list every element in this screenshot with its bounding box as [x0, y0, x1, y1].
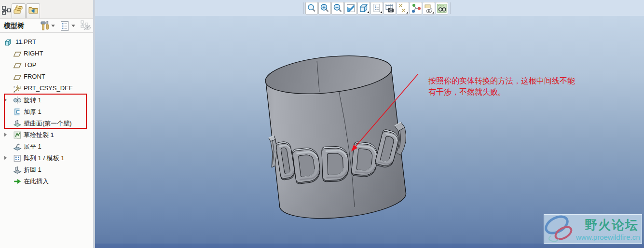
tree-item[interactable]: yxzPRT_CSYS_DEF — [0, 83, 93, 94]
annotation-text: 按照你的实体转换的方法，这根中间线不能 有干涉，不然就失败。 — [428, 75, 575, 97]
tree-item-label[interactable]: 阵列 1 / 模板 1 — [24, 154, 65, 163]
annotation-line1: 按照你的实体转换的方法，这根中间线不能 — [428, 75, 575, 86]
annotation-line2: 有干涉，不然就失败。 — [428, 86, 575, 97]
zoom-region-button[interactable] — [305, 2, 318, 14]
expander-icon[interactable] — [4, 156, 7, 160]
tools-dropdown-caret[interactable] — [51, 25, 55, 27]
watermark-title: 野火论坛 — [585, 217, 639, 234]
tree-item-label[interactable]: 11.PRT — [15, 38, 36, 45]
panel-tab-bar — [0, 0, 93, 19]
tree-item[interactable]: 11.PRT — [0, 36, 93, 48]
expander-icon[interactable] — [4, 133, 7, 137]
datum-display-button[interactable] — [397, 2, 409, 14]
repaint-button[interactable] — [344, 2, 357, 14]
3d-glasses-button[interactable] — [436, 2, 448, 14]
tree-item-label[interactable]: 草绘扯裂 1 — [24, 131, 54, 139]
highlight-rectangle — [4, 94, 87, 129]
saved-views-button[interactable] — [370, 2, 383, 14]
tree-item[interactable]: 草绘扯裂 1 — [0, 129, 93, 140]
model-scene — [95, 0, 644, 248]
folder-star-icon — [27, 4, 39, 18]
tree-item[interactable]: 折回 1 — [0, 164, 93, 175]
display-style-button[interactable] — [357, 2, 370, 14]
folder-browser-tab[interactable] — [12, 3, 26, 18]
toolbar-separator — [450, 2, 451, 14]
tree-item[interactable]: TOP — [0, 59, 93, 71]
spin-center-button[interactable] — [410, 2, 422, 14]
application-window: 模型树 11.PRTRIGHTTOPFRONTyxzPRT_CSYS_DEF旋转… — [0, 0, 644, 248]
watermark: 野火论坛 www.proewildfire.cn — [544, 214, 642, 244]
tree-item-label[interactable]: 折回 1 — [24, 165, 41, 174]
folders-icon — [13, 4, 25, 18]
favorites-tab[interactable] — [26, 3, 40, 18]
tree-item-label[interactable]: FRONT — [24, 73, 45, 80]
zoom-in-button[interactable] — [318, 2, 331, 14]
zoom-out-button[interactable] — [331, 2, 344, 14]
tree-item-label[interactable]: 展平 1 — [24, 142, 41, 151]
watermark-url: www.proewildfire.cn — [576, 233, 640, 241]
tree-item[interactable]: 在此插入 — [0, 175, 93, 187]
tree-item[interactable]: 展平 1 — [0, 140, 93, 152]
pattern-icon — [13, 154, 22, 165]
tree-filter-button — [80, 20, 92, 33]
tree-settings-button[interactable] — [60, 20, 69, 34]
tree-item-label[interactable]: RIGHT — [24, 50, 43, 57]
panel-header: 模型树 — [0, 19, 93, 33]
view-manager-button[interactable] — [384, 2, 396, 14]
tree-pane-icon[interactable] — [1, 5, 12, 17]
datum-plane-icon — [13, 73, 22, 83]
part-icon — [4, 38, 13, 49]
settings-dropdown-caret[interactable] — [71, 25, 75, 27]
svg-text:x: x — [20, 85, 21, 88]
tree-item[interactable]: RIGHT — [0, 48, 93, 59]
annotation-display-button[interactable] — [423, 2, 435, 14]
tree-item-label[interactable]: 在此插入 — [24, 177, 49, 186]
flatten-icon — [13, 142, 22, 153]
datum-plane-icon — [13, 50, 22, 60]
tree-item[interactable]: FRONT — [0, 71, 93, 83]
toolbar-separator — [303, 2, 304, 14]
tree-item-label[interactable]: TOP — [24, 61, 37, 69]
fold-back-icon — [13, 165, 22, 176]
tree-item-label[interactable]: PRT_CSYS_DEF — [24, 84, 73, 92]
svg-text:y: y — [14, 85, 15, 88]
graphics-viewport[interactable]: 按照你的实体转换的方法，这根中间线不能 有干涉，不然就失败。 野火论坛 www.… — [95, 0, 644, 248]
tree-tools-button[interactable] — [40, 20, 50, 34]
datum-plane-icon — [13, 61, 22, 72]
sketch-rip-icon — [13, 131, 22, 141]
svg-text:z: z — [14, 90, 15, 93]
model-tree-panel: 模型树 11.PRTRIGHTTOPFRONTyxzPRT_CSYS_DEF旋转… — [0, 0, 93, 248]
tree-item[interactable]: 阵列 1 / 模板 1 — [0, 152, 93, 164]
graphics-toolbar — [302, 2, 452, 14]
panel-title: 模型树 — [4, 22, 24, 30]
insert-here-icon — [13, 177, 22, 188]
